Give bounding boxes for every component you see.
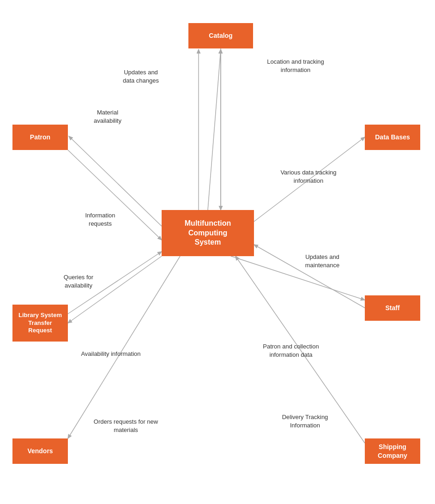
svg-line-1 bbox=[208, 49, 221, 210]
databases-node: Data Bases bbox=[365, 125, 420, 150]
label-info-requests: Informationrequests bbox=[70, 211, 130, 228]
label-updates-data-changes: Updates anddata changes bbox=[111, 68, 171, 85]
label-location-tracking: Location and trackinginformation bbox=[259, 58, 332, 74]
label-material-availability: Materialavailability bbox=[78, 108, 138, 125]
label-orders-requests: Orders requests for newmaterials bbox=[81, 418, 171, 434]
label-patron-collection: Patron and collectioninformation data bbox=[245, 342, 337, 359]
lstransfer-node: Library SystemTransferRequest bbox=[12, 305, 68, 342]
label-delivery-tracking: Delivery TrackingInformation bbox=[262, 413, 348, 430]
shipping-node: ShippingCompany bbox=[365, 438, 420, 464]
mcs-node: MultifunctionComputingSystem bbox=[162, 210, 254, 256]
label-queries-availability: Queries foravailability bbox=[46, 273, 111, 290]
label-availability-info: Availability information bbox=[72, 350, 150, 358]
diagram-container: Catalog Patron Data Bases MultifunctionC… bbox=[0, 0, 435, 504]
label-updates-maintenance: Updates andmaintenance bbox=[290, 253, 355, 270]
patron-node: Patron bbox=[12, 125, 68, 150]
catalog-node: Catalog bbox=[188, 23, 253, 48]
staff-node: Staff bbox=[365, 295, 420, 321]
vendors-node: Vendors bbox=[12, 438, 68, 464]
label-various-data: Various data trackinginformation bbox=[262, 168, 355, 185]
